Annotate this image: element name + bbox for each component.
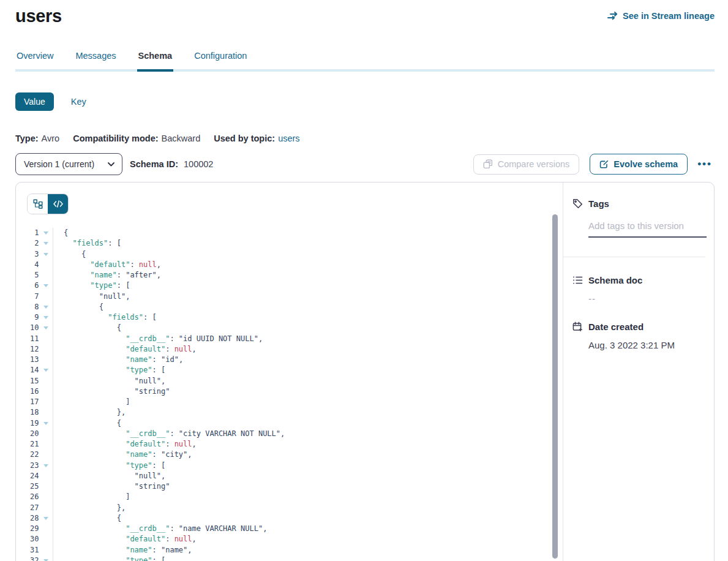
compatibility-mode-label: Compatibility mode: bbox=[73, 134, 158, 143]
code-view-button[interactable] bbox=[48, 194, 68, 214]
fold-toggle-icon[interactable] bbox=[39, 513, 53, 524]
line-number: 30 bbox=[16, 534, 39, 544]
tab-configuration[interactable]: Configuration bbox=[193, 51, 248, 72]
code-line: 19 { bbox=[16, 418, 563, 429]
code-text: "fields": [ bbox=[53, 238, 121, 249]
page-header: users See in Stream lineage bbox=[15, 0, 715, 26]
fold-toggle-icon[interactable] bbox=[39, 228, 53, 238]
evolve-schema-button[interactable]: Evolve schema bbox=[590, 154, 688, 175]
fold-toggle-icon[interactable] bbox=[39, 302, 53, 312]
line-gutter: 5 bbox=[16, 270, 53, 280]
code-text: "default": null, bbox=[53, 344, 197, 355]
fold-toggle-icon[interactable] bbox=[39, 280, 53, 291]
code-line: 13 "name": "id", bbox=[16, 355, 563, 365]
code-text: "__crdb__": "city VARCHAR NOT NULL", bbox=[53, 429, 285, 439]
line-number: 27 bbox=[16, 503, 39, 513]
fold-toggle-icon[interactable] bbox=[39, 555, 53, 561]
line-number: 9 bbox=[16, 312, 39, 323]
tag-icon bbox=[572, 198, 583, 209]
fold-toggle-icon[interactable] bbox=[39, 249, 53, 260]
fold-toggle-icon[interactable] bbox=[39, 461, 53, 471]
code-text: ] bbox=[53, 397, 130, 407]
line-gutter: 2 bbox=[16, 238, 53, 249]
fold-spacer bbox=[39, 524, 53, 534]
schema-id-value: 100002 bbox=[184, 159, 213, 169]
code-line: 22 "name": "city", bbox=[16, 450, 563, 460]
code-text: { bbox=[53, 302, 103, 312]
line-number: 12 bbox=[16, 344, 39, 355]
fold-toggle-icon[interactable] bbox=[39, 418, 53, 429]
code-line: 23 "type": [ bbox=[16, 461, 563, 471]
code-text: "type": [ bbox=[53, 555, 165, 561]
value-tab-button[interactable]: Value bbox=[15, 92, 54, 111]
fold-spacer bbox=[39, 386, 53, 397]
line-number: 16 bbox=[16, 386, 39, 397]
tree-view-button[interactable] bbox=[28, 194, 48, 214]
fold-spacer bbox=[39, 270, 53, 280]
schema-code-editor[interactable]: 1{2 "fields": [3 {4 "default": null,5 "n… bbox=[16, 228, 563, 561]
line-gutter: 15 bbox=[16, 376, 53, 386]
type-value: Avro bbox=[42, 134, 60, 143]
line-number: 32 bbox=[16, 555, 39, 561]
fold-toggle-icon[interactable] bbox=[39, 312, 53, 323]
fold-toggle-icon[interactable] bbox=[39, 238, 53, 249]
fold-spacer bbox=[39, 292, 53, 302]
code-text: "default": null, bbox=[53, 534, 197, 544]
edit-square-icon bbox=[599, 160, 609, 169]
fold-toggle-icon[interactable] bbox=[39, 365, 53, 375]
tags-heading: Tags bbox=[588, 198, 609, 209]
fold-spacer bbox=[39, 481, 53, 492]
code-text: "fields": [ bbox=[53, 312, 157, 323]
fold-spacer bbox=[39, 355, 53, 365]
add-tags-input[interactable] bbox=[588, 220, 707, 238]
line-gutter: 31 bbox=[16, 545, 53, 555]
version-select[interactable]: Version 1 (current) bbox=[15, 153, 122, 175]
line-number: 26 bbox=[16, 492, 39, 502]
schema-doc-section: Schema doc -- bbox=[572, 275, 705, 304]
code-text: "default": null, bbox=[53, 260, 161, 270]
code-text: }, bbox=[53, 407, 126, 418]
code-text: { bbox=[53, 228, 68, 238]
line-gutter: 30 bbox=[16, 534, 53, 544]
tab-schema[interactable]: Schema bbox=[137, 51, 174, 72]
schema-doc-heading: Schema doc bbox=[588, 275, 642, 285]
code-line: 4 "default": null, bbox=[16, 260, 563, 270]
line-gutter: 14 bbox=[16, 365, 53, 375]
date-created-value: Aug. 3 2022 3:21 PM bbox=[588, 340, 705, 350]
code-text: "name": "after", bbox=[53, 270, 161, 280]
code-text: "default": null, bbox=[53, 439, 197, 450]
code-line: 5 "name": "after", bbox=[16, 270, 563, 280]
code-text: "null", bbox=[53, 376, 165, 386]
date-created-heading: Date created bbox=[588, 322, 644, 332]
line-gutter: 21 bbox=[16, 439, 53, 450]
used-by-topic-link[interactable]: users bbox=[278, 134, 299, 143]
line-gutter: 10 bbox=[16, 323, 53, 333]
code-line: 21 "default": null, bbox=[16, 439, 563, 450]
line-gutter: 32 bbox=[16, 555, 53, 561]
fold-spacer bbox=[39, 260, 53, 270]
tab-messages[interactable]: Messages bbox=[74, 51, 117, 72]
tabs: OverviewMessagesSchemaConfiguration bbox=[15, 51, 715, 72]
fold-spacer bbox=[39, 439, 53, 450]
line-gutter: 1 bbox=[16, 228, 53, 238]
see-in-stream-lineage-label: See in Stream lineage bbox=[623, 11, 715, 21]
line-gutter: 7 bbox=[16, 292, 53, 302]
more-actions-button[interactable]: ••• bbox=[695, 158, 715, 170]
fold-spacer bbox=[39, 450, 53, 460]
line-number: 4 bbox=[16, 260, 39, 270]
code-text: { bbox=[53, 249, 86, 260]
line-gutter: 24 bbox=[16, 471, 53, 481]
line-gutter: 16 bbox=[16, 386, 53, 397]
fold-spacer bbox=[39, 503, 53, 513]
fold-toggle-icon[interactable] bbox=[39, 323, 53, 333]
editor-scrollbar[interactable] bbox=[552, 214, 558, 559]
fold-spacer bbox=[39, 344, 53, 355]
tab-overview[interactable]: Overview bbox=[15, 51, 54, 72]
type-label: Type: bbox=[15, 134, 39, 143]
fold-spacer bbox=[39, 492, 53, 502]
compare-versions-button[interactable]: Compare versions bbox=[473, 154, 580, 175]
key-tab-link[interactable]: Key bbox=[71, 97, 86, 107]
see-in-stream-lineage-link[interactable]: See in Stream lineage bbox=[607, 11, 715, 21]
code-line: 12 "default": null, bbox=[16, 344, 563, 355]
code-text: "string" bbox=[53, 481, 170, 492]
